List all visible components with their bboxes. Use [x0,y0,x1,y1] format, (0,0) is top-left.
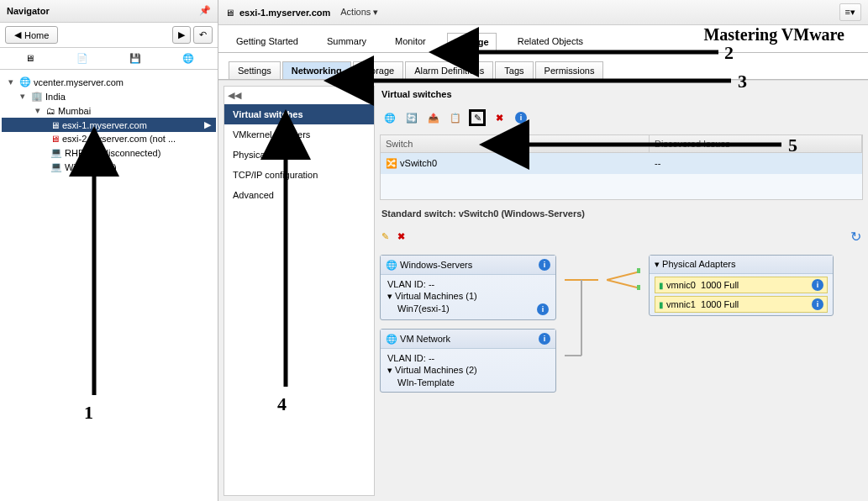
tree-host-esxi1[interactable]: 🖥esxi-1.myserver.com▶ [2,118,216,132]
edit-icon[interactable]: ✎ [381,231,389,242]
portgroup-windows-servers[interactable]: 🌐 Windows-Serversi VLAN ID: -- ▾ Virtual… [380,255,556,320]
info-icon[interactable]: i [812,298,823,310]
vswitch-icon: 🔀 [386,158,397,168]
stab-settings[interactable]: Settings [229,61,281,79]
menu-virtual-switches[interactable]: Virtual switches [224,104,374,124]
networking-icon[interactable]: 🌐 [179,53,197,64]
watermark: Mastering VMware [703,25,844,45]
networking-submenu: ◀◀ Virtual switches VMkernel adapters Ph… [224,86,375,496]
breadcrumb-home: Home [24,30,49,40]
portgroup-icon: 🌐 [386,260,397,270]
stab-permissions[interactable]: Permissions [535,61,604,79]
nic-icon: ▮ [659,300,664,309]
nic-vmnic1[interactable]: ▮ vmnic1 1000 Full i [655,296,828,313]
nav-back-button[interactable]: ◀ Home [5,26,58,44]
hosts-clusters-icon[interactable]: 🖥 [20,53,39,64]
tab-related-objects[interactable]: Related Objects [510,32,591,52]
manage-icon[interactable]: 📋 [447,109,464,126]
tab-getting-started[interactable]: Getting Started [229,32,306,52]
tree-vcenter[interactable]: ▾🌐vcenter.myserver.com [2,75,216,89]
svg-line-4 [607,280,640,288]
inventory-tree: ▾🌐vcenter.myserver.com ▾🏢India ▾🗂Mumbai … [0,70,218,501]
delete-icon[interactable]: ✖ [397,231,405,242]
info-icon[interactable]: i [537,303,549,315]
stab-networking[interactable]: Networking [282,61,351,79]
portgroup-icon: 🌐 [386,334,397,344]
nic-icon: ▮ [659,281,664,290]
menu-vmkernel-adapters[interactable]: VMkernel adapters [224,124,374,145]
vswitch-toolbar: 🌐 🔄 📤 📋 ✎ ✖ i [380,108,863,131]
stab-storage[interactable]: Storage [353,61,404,79]
menu-tcpip[interactable]: TCP/IP configuration [224,165,374,185]
collapse-icon[interactable]: ◀◀ [224,87,374,104]
svg-rect-5 [637,268,640,273]
info-icon[interactable]: i [539,259,550,271]
navigator-title: Navigator [7,6,50,16]
virtual-switches-title: Virtual switches [380,86,863,104]
refresh-icon[interactable]: 🔄 [403,109,420,126]
tab-summary[interactable]: Summary [319,32,374,52]
migrate-icon[interactable]: 📤 [425,109,442,126]
nav-history-button[interactable]: ↶ [193,26,213,44]
stab-tags[interactable]: Tags [495,61,533,79]
col-issues: Discovered Issues [650,135,862,152]
svg-rect-6 [637,285,640,290]
secondary-tabs: Settings Networking Storage Alarm Defini… [218,56,868,80]
panel-menu-icon[interactable]: ≡▾ [839,3,861,21]
portgroup-vm-network[interactable]: 🌐 VM Networki VLAN ID: -- ▾ Virtual Mach… [380,329,556,393]
navigator-header: Navigator 📌 [0,0,218,23]
navigator-panel: Navigator 📌 ◀ Home ▶ ↶ 🖥 📄 💾 🌐 ▾🌐vcenter… [0,0,218,501]
col-switch: Switch [381,135,650,152]
nav-forward-button[interactable]: ▶ [172,26,191,44]
info-icon[interactable]: i [539,333,550,345]
tree-host-esxi2[interactable]: 🖥esxi-2.myserver.com (not ... [2,132,216,145]
info-icon[interactable]: i [513,109,529,126]
tab-manage[interactable]: Manage [447,33,497,53]
main-panel: 🖥 esxi-1.myserver.com Actions ▾ ≡▾ Getti… [218,0,868,501]
page-title: esxi-1.myserver.com [239,8,330,18]
svg-line-3 [607,272,640,280]
standard-switch-title: Standard switch: vSwitch0 (Windows-Serve… [380,203,863,224]
physical-adapters-box: ▾ Physical Adapters ▮ vmnic0 1000 Full i… [649,255,834,316]
pin-icon[interactable]: 📌 [199,5,211,17]
actions-menu[interactable]: Actions ▾ [340,7,378,18]
tree-vm-rhel6[interactable]: 💻RHEL-6 (disconnected) [2,145,216,160]
menu-advanced[interactable]: Advanced [224,185,374,205]
host-icon: 🖥 [225,8,234,18]
edit-settings-icon[interactable]: ✎ [469,109,486,126]
chevron-left-icon: ◀ [14,29,21,40]
tree-cluster[interactable]: ▾🗂Mumbai [2,103,216,118]
topology-connector [565,255,598,389]
table-row[interactable]: 🔀 vSwitch0 -- [381,153,862,174]
vswitch-table: Switch Discovered Issues 🔀 vSwitch0 -- [380,134,863,200]
reload-icon[interactable]: ↻ [850,229,861,245]
info-icon[interactable]: i [812,279,823,291]
storage-icon[interactable]: 💾 [126,53,145,64]
tab-monitor[interactable]: Monitor [387,32,434,52]
tree-datacenter[interactable]: ▾🏢India [2,89,216,103]
vms-templates-icon[interactable]: 📄 [73,53,92,64]
topology-connector [607,255,640,322]
menu-physical-adapters[interactable]: Physical adapters [224,145,374,165]
stab-alarm-definitions[interactable]: Alarm Definitions [405,61,493,79]
tree-vm-win7[interactable]: 💻Win7(esxi-1) [2,160,216,174]
remove-icon[interactable]: ✖ [491,109,508,126]
nic-vmnic0[interactable]: ▮ vmnic0 1000 Full i [655,277,828,293]
nav-toolbar: 🖥 📄 💾 🌐 [0,48,218,70]
add-host-networking-icon[interactable]: 🌐 [381,109,398,126]
topology-diagram: 🌐 Windows-Serversi VLAN ID: -- ▾ Virtual… [380,255,863,393]
